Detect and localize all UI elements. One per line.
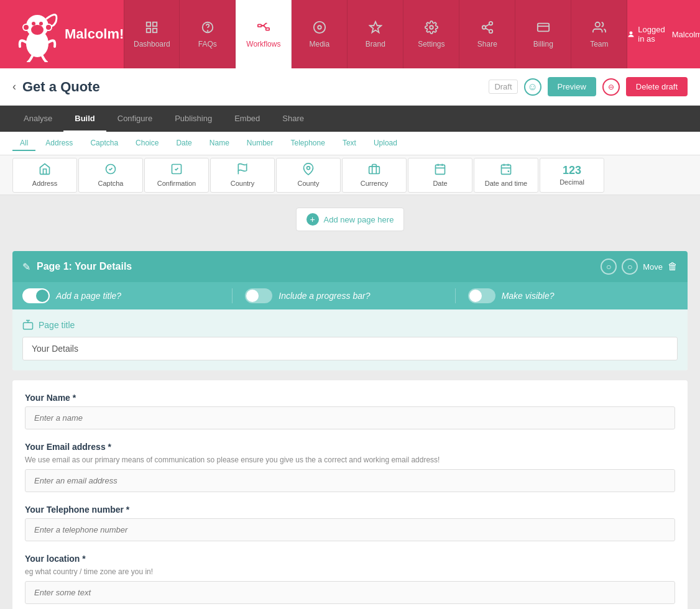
toggle-title[interactable] — [22, 288, 50, 303]
circle-up-button[interactable]: ○ — [601, 259, 617, 275]
field-type-country[interactable]: Country — [210, 158, 275, 193]
field-telephone: Your Telephone number * — [25, 505, 675, 541]
filter-choice[interactable]: Choice — [128, 136, 166, 151]
tab-embed[interactable]: Embed — [223, 106, 271, 132]
filter-captcha[interactable]: Captcha — [83, 136, 126, 151]
nav-item-billing[interactable]: Billing — [515, 0, 571, 68]
edit-pencil-icon[interactable]: ✎ — [22, 261, 30, 273]
confirmation-field-icon — [170, 163, 183, 178]
field-type-datetime[interactable]: Date and time — [474, 158, 538, 193]
svg-point-18 — [318, 25, 321, 29]
field-location-desc: eg what country / time zone are you in! — [25, 567, 675, 576]
filter-number[interactable]: Number — [239, 136, 281, 151]
tabs-bar: Analyse Build Configure Publishing Embed… — [0, 106, 700, 132]
filter-all[interactable]: All — [12, 136, 35, 151]
svg-rect-12 — [153, 28, 157, 32]
page-title-label: Page title — [22, 319, 678, 331]
field-type-currency[interactable]: Currency — [342, 158, 407, 193]
currency-field-icon — [368, 163, 380, 178]
address-field-label: Address — [32, 180, 57, 187]
tab-configure[interactable]: Configure — [106, 106, 163, 132]
svg-marker-19 — [370, 21, 381, 32]
svg-point-7 — [32, 22, 35, 25]
filter-text[interactable]: Text — [335, 136, 364, 151]
move-button[interactable]: Move — [643, 262, 663, 272]
filter-address[interactable]: Address — [38, 136, 80, 151]
field-telephone-input[interactable] — [25, 518, 675, 541]
svg-line-24 — [486, 28, 489, 30]
svg-point-20 — [430, 25, 433, 29]
field-type-decimal[interactable]: 123 Decimal — [540, 158, 604, 193]
back-button[interactable]: ‹ — [12, 80, 16, 93]
nav-item-share[interactable]: Share — [459, 0, 515, 68]
tab-publishing[interactable]: Publishing — [163, 106, 223, 132]
field-type-date[interactable]: Date — [408, 158, 472, 193]
logged-in-label: Logged in as — [638, 25, 668, 44]
circle-down-button[interactable]: ○ — [622, 259, 638, 275]
page-title-section: Page title Your Details — [12, 309, 688, 370]
field-location-label: Your location * — [25, 554, 675, 564]
currency-field-label: Currency — [361, 180, 389, 187]
nav-item-team[interactable]: Team — [571, 0, 627, 68]
page-title-input[interactable]: Your Details — [22, 337, 678, 360]
add-page-button[interactable]: + Add new page here — [296, 208, 405, 231]
filter-upload[interactable]: Upload — [366, 136, 405, 151]
tab-build[interactable]: Build — [63, 106, 106, 132]
svg-rect-9 — [147, 22, 150, 25]
nav-item-workflows[interactable]: Workflows — [236, 0, 292, 68]
filter-telephone[interactable]: Telephone — [283, 136, 333, 151]
tab-analyse[interactable]: Analyse — [12, 106, 63, 132]
nav-item-brand[interactable]: Brand — [348, 0, 403, 68]
user-info: Logged in as Malcolm Logout — [627, 25, 700, 44]
nav-label-billing: Billing — [533, 40, 553, 48]
nav-label-media: Media — [310, 40, 330, 48]
county-field-icon — [302, 163, 315, 178]
delete-draft-button[interactable]: Delete draft — [626, 77, 688, 96]
field-email-input[interactable] — [25, 469, 675, 492]
field-name-input[interactable] — [25, 406, 675, 429]
svg-point-23 — [489, 29, 493, 32]
share-icon — [481, 21, 494, 37]
field-filter-bar: All Address Captcha Choice Date Name Num… — [0, 132, 700, 155]
field-type-captcha[interactable]: Captcha — [78, 158, 143, 193]
faqs-icon — [201, 21, 214, 37]
decimal-field-label: Decimal — [560, 178, 584, 186]
page-header-actions: ○ ○ Move 🗑 — [601, 259, 678, 275]
filter-date[interactable]: Date — [168, 136, 199, 151]
nav-item-dashboard[interactable]: Dashboard — [124, 0, 180, 68]
field-type-county[interactable]: County — [276, 158, 341, 193]
toggle-row: Add a page title? Include a progress bar… — [12, 282, 688, 309]
nav-item-media[interactable]: Media — [292, 0, 348, 68]
preview-button[interactable]: Preview — [548, 77, 596, 96]
svg-point-8 — [39, 22, 43, 25]
svg-point-29 — [630, 32, 633, 35]
trash-icon[interactable]: 🗑 — [668, 261, 678, 272]
field-location-input[interactable] — [25, 581, 675, 604]
dashboard-icon — [145, 21, 159, 37]
tab-analyse-label: Analyse — [24, 114, 52, 123]
field-name: Your Name * — [25, 393, 675, 429]
field-type-confirmation[interactable]: Confirmation — [144, 158, 209, 193]
nav-item-settings[interactable]: Settings — [403, 0, 459, 68]
nav-item-faqs[interactable]: FAQs — [180, 0, 236, 68]
field-type-address[interactable]: Address — [12, 158, 77, 193]
svg-rect-15 — [258, 24, 262, 27]
county-field-label: County — [298, 180, 320, 187]
nav-label-team: Team — [590, 40, 608, 48]
toggle-title-section: Add a page title? — [22, 288, 232, 303]
username-link[interactable]: Malcolm — [672, 30, 700, 39]
tab-share[interactable]: Share — [271, 106, 315, 132]
svg-rect-48 — [24, 323, 33, 329]
country-field-label: Country — [231, 180, 255, 187]
svg-point-4 — [24, 25, 29, 30]
datetime-field-label: Date and time — [485, 180, 527, 187]
pink-circle-icon: ⊖ — [602, 78, 620, 96]
toggle-visible[interactable] — [468, 288, 495, 303]
tab-configure-label: Configure — [117, 114, 152, 123]
workflows-icon — [257, 21, 270, 37]
toggle-progress[interactable] — [245, 288, 272, 303]
page-title-section-label: Page title — [39, 320, 75, 330]
filter-name[interactable]: Name — [202, 136, 237, 151]
nav-label-workflows: Workflows — [246, 40, 280, 48]
decimal-field-icon: 123 — [563, 164, 581, 177]
